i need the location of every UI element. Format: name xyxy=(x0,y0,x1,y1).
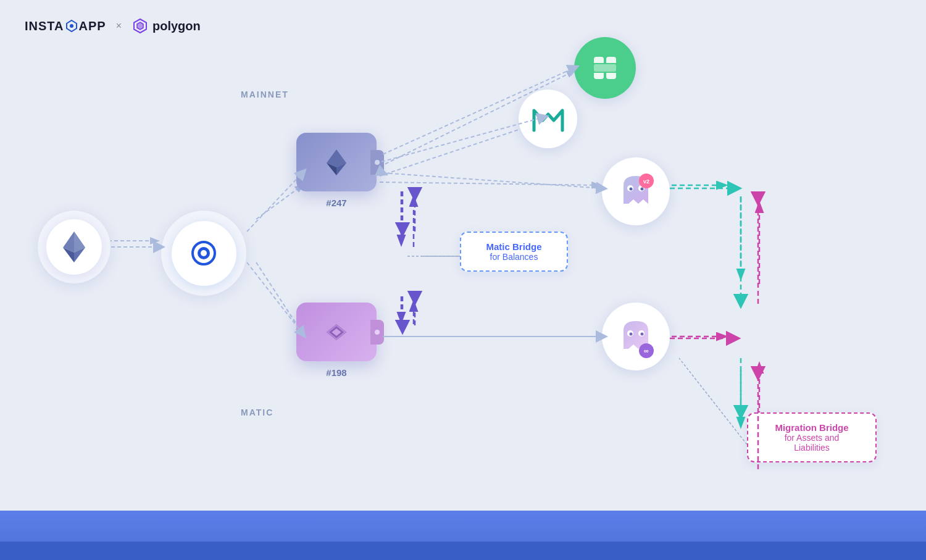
svg-line-10 xyxy=(380,182,599,185)
aave-circle xyxy=(574,37,636,99)
svg-text:v2: v2 xyxy=(643,178,649,185)
polygon-wallet-label: #198 xyxy=(326,367,346,378)
ghost-inf-circle: ∞ xyxy=(602,303,670,370)
bottom-stripe xyxy=(0,541,926,560)
ghost-inf-icon: ∞ xyxy=(614,315,657,358)
svg-point-46 xyxy=(630,333,633,336)
svg-rect-37 xyxy=(594,64,616,72)
ethereum-inner-circle xyxy=(46,219,102,275)
logo-diamond-icon xyxy=(65,19,78,33)
eth-wallet: #247 xyxy=(296,133,377,208)
logo-insta: INSTA xyxy=(25,19,64,33)
polygon-wallet: #198 xyxy=(296,303,377,378)
eth-wallet-label: #247 xyxy=(326,198,346,208)
ethereum-icon xyxy=(62,230,86,264)
svg-line-7 xyxy=(256,262,302,333)
matic-bridge-title: Matic Bridge xyxy=(473,241,554,252)
matic-bridge-subtitle: for Balances xyxy=(473,252,554,262)
polygon-wallet-icon xyxy=(324,322,349,342)
polygon-wallet-card xyxy=(296,303,377,361)
svg-line-58 xyxy=(383,173,602,188)
logo-app: APP xyxy=(79,19,106,33)
migration-bridge-subtitle: for Assets andLiabilities xyxy=(761,433,863,453)
aave-icon xyxy=(589,52,621,84)
logo-separator: × xyxy=(116,20,122,31)
svg-line-9 xyxy=(380,123,537,176)
polygon-logo: polygon xyxy=(131,17,201,35)
logo-area: INSTA APP × polygon xyxy=(25,17,201,35)
polygon-icon xyxy=(131,17,149,35)
svg-text:∞: ∞ xyxy=(644,347,649,354)
maker-circle xyxy=(519,90,577,148)
svg-line-6 xyxy=(256,185,302,219)
instaapp-logo: INSTA APP xyxy=(25,19,106,33)
migration-bridge-box: Migration Bridge for Assets andLiabiliti… xyxy=(747,412,877,462)
migration-bridge-title: Migration Bridge xyxy=(761,422,863,433)
instaapp-inner-circle xyxy=(172,221,236,286)
svg-point-47 xyxy=(641,333,644,336)
instaapp-outer-circle xyxy=(161,210,247,296)
ghost-v2-icon: v2 xyxy=(614,170,657,213)
bottom-bar xyxy=(0,511,926,560)
svg-point-40 xyxy=(630,188,633,191)
matic-label: MATIC xyxy=(241,407,273,417)
matic-bridge-box: Matic Bridge for Balances xyxy=(460,232,568,272)
eth-wallet-card xyxy=(296,133,377,191)
polygon-text: polygon xyxy=(152,19,201,33)
svg-point-41 xyxy=(641,188,644,191)
svg-point-1 xyxy=(70,24,73,28)
eth-wallet-icon xyxy=(325,148,348,177)
ghost-v2-circle: v2 xyxy=(602,157,670,225)
diagram-svg xyxy=(0,0,926,463)
ethereum-outer-circle xyxy=(37,210,111,284)
maker-icon xyxy=(530,103,566,135)
svg-line-71 xyxy=(679,358,747,445)
instaapp-icon xyxy=(188,238,219,269)
mainnet-label: MAINNET xyxy=(241,90,289,99)
svg-point-30 xyxy=(201,250,207,256)
